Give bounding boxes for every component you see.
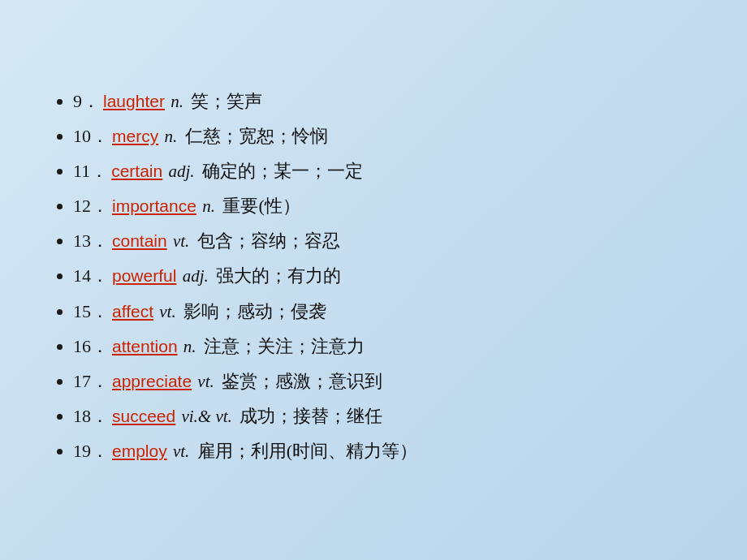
word-meaning: 注意；关注；注意力 bbox=[200, 336, 365, 356]
vocabulary-word: contain bbox=[112, 231, 167, 250]
item-number: 17． bbox=[73, 371, 109, 391]
list-item: 14．powerful adj. 强大的；有力的 bbox=[73, 262, 698, 290]
list-item: 10．mercy n. 仁慈；宽恕；怜悯 bbox=[73, 123, 698, 150]
item-number: 11． bbox=[73, 161, 108, 181]
word-meaning: 成功；接替；继任 bbox=[235, 406, 383, 426]
part-of-speech: adj. bbox=[178, 266, 208, 286]
list-item: 12．importance n. 重要(性） bbox=[73, 192, 698, 220]
item-number: 14． bbox=[73, 265, 109, 286]
list-item: 13．contain vt. 包含；容纳；容忍 bbox=[73, 227, 698, 255]
list-item: 9．laughter n. 笑；笑声 bbox=[73, 88, 698, 115]
item-number: 15． bbox=[73, 301, 109, 321]
list-item: 11．certain adj. 确定的；某一；一定 bbox=[73, 157, 698, 185]
word-meaning: 包含；容纳；容忍 bbox=[192, 230, 340, 251]
vocabulary-list: 9．laughter n. 笑；笑声10．mercy n. 仁慈；宽恕；怜悯11… bbox=[49, 88, 698, 472]
part-of-speech: adj. bbox=[164, 162, 194, 181]
item-number: 10． bbox=[73, 126, 109, 146]
vocabulary-word: employ bbox=[112, 442, 167, 460]
part-of-speech: vt. bbox=[169, 442, 190, 461]
part-of-speech: vt. bbox=[193, 372, 214, 391]
list-item: 17．appreciate vt. 鉴赏；感激；意识到 bbox=[73, 368, 698, 395]
vocabulary-word: certain bbox=[111, 162, 162, 180]
word-meaning: 重要(性） bbox=[218, 196, 300, 216]
word-meaning: 影响；感动；侵袭 bbox=[179, 301, 327, 321]
part-of-speech: n. bbox=[198, 196, 215, 216]
item-number: 18． bbox=[73, 406, 109, 426]
list-item: 16．attention n. 注意；关注；注意力 bbox=[73, 333, 698, 360]
word-meaning: 笑；笑声 bbox=[187, 91, 263, 111]
list-item: 18．succeed vi.& vt. 成功；接替；继任 bbox=[73, 403, 698, 430]
vocabulary-word: powerful bbox=[112, 266, 176, 285]
word-meaning: 强大的；有力的 bbox=[212, 265, 342, 286]
item-number: 9． bbox=[73, 91, 100, 111]
item-number: 12． bbox=[73, 196, 109, 216]
word-meaning: 鉴赏；感激；意识到 bbox=[218, 371, 383, 391]
part-of-speech: n. bbox=[179, 337, 196, 356]
part-of-speech: n. bbox=[166, 92, 184, 111]
item-number: 19． bbox=[73, 441, 109, 461]
item-number: 13． bbox=[73, 230, 109, 251]
vocabulary-word: importance bbox=[112, 196, 196, 215]
part-of-speech: n. bbox=[160, 127, 177, 146]
item-number: 16． bbox=[73, 336, 109, 356]
word-meaning: 雇用；利用(时间、精力等） bbox=[192, 441, 417, 461]
vocabulary-word: affect bbox=[112, 302, 153, 321]
part-of-speech: vt. bbox=[169, 231, 190, 251]
list-item: 19．employ vt. 雇用；利用(时间、精力等） bbox=[73, 437, 698, 465]
vocabulary-word: appreciate bbox=[112, 372, 192, 390]
word-meaning: 仁慈；宽恕；怜悯 bbox=[180, 126, 328, 146]
part-of-speech: vt. bbox=[155, 302, 176, 321]
vocabulary-word: laughter bbox=[103, 92, 165, 110]
vocabulary-word: mercy bbox=[112, 127, 158, 145]
part-of-speech: vi.& vt. bbox=[177, 407, 232, 426]
vocabulary-word: attention bbox=[112, 337, 178, 355]
word-meaning: 确定的；某一；一定 bbox=[198, 161, 364, 181]
list-item: 15．affect vt. 影响；感动；侵袭 bbox=[73, 298, 698, 325]
vocabulary-word: succeed bbox=[112, 407, 175, 425]
